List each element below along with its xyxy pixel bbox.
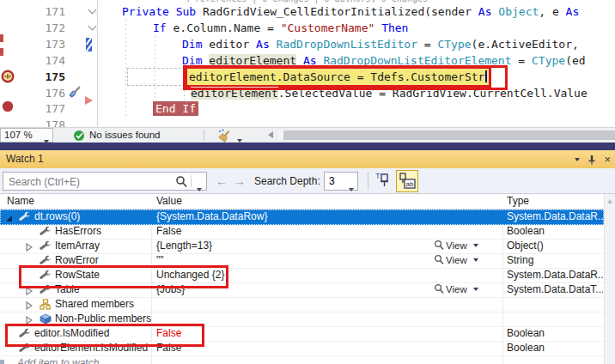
watch-row[interactable]: HasErrorsFalseBoolean	[0, 224, 604, 240]
pin-icon[interactable]	[588, 155, 596, 165]
watch-name[interactable]: dt.rows(0)	[34, 209, 151, 224]
watch-name[interactable]: Non-Public members	[55, 312, 151, 326]
zoom-level-select[interactable]: 107 %	[0, 128, 53, 143]
column-header-name[interactable]: Name	[7, 195, 34, 207]
view-button[interactable]: View	[434, 282, 497, 297]
code-token: editorElement	[191, 87, 278, 100]
breakpoint-current-line-icon[interactable]	[1, 70, 15, 87]
outline-collapse-chevron-icon[interactable]	[88, 7, 96, 15]
outline-collapse-chevron-icon[interactable]	[88, 23, 96, 31]
column-header-type[interactable]: Type	[507, 195, 529, 207]
search-prev-arrow-icon[interactable]: ←	[216, 174, 228, 188]
watch-value[interactable]: False	[156, 224, 431, 239]
code-token: editorElement.DataSource = Tdefs.Custome…	[189, 70, 484, 83]
search-input[interactable]	[7, 173, 161, 191]
code-line[interactable]: 178	[0, 117, 615, 127]
code-token	[270, 38, 277, 51]
search-depth-select[interactable]: 3	[324, 172, 358, 191]
watch-type: Boolean	[507, 326, 603, 341]
code-editor[interactable]: 4 references | 0 changes | 0 authors, 0 …	[0, 0, 615, 127]
watch-value[interactable]: {System.Data.DataRow}	[156, 209, 431, 224]
window-menu-chevron-icon[interactable]	[575, 158, 580, 161]
watch-row[interactable]: dt.rows(0){System.Data.DataRow}System.Da…	[0, 209, 604, 225]
watch-row[interactable]: ItemArray{Length=13}View Object()	[0, 239, 604, 254]
watch-grid: Name Value Type dt.rows(0){System.Data.D…	[0, 194, 615, 364]
editor-status-bar: 107 % No issues found	[0, 127, 615, 143]
view-button[interactable]: View	[434, 239, 497, 253]
scroll-left-arrow-icon[interactable]	[268, 131, 273, 138]
watch-name[interactable]: Table	[55, 282, 151, 297]
watch-title-bar[interactable]: Watch 1 ×	[0, 150, 615, 168]
watch-name[interactable]: HasErrors	[55, 224, 151, 239]
close-icon[interactable]: ×	[604, 154, 611, 165]
watch-name[interactable]: ItemArray	[55, 239, 151, 253]
watch-type: System.Data.DataR...	[507, 209, 603, 224]
code-token: Dim	[182, 38, 202, 51]
wrench-icon	[19, 328, 30, 339]
watch-value[interactable]: {Jobs}	[156, 282, 431, 297]
watch-value[interactable]: ""	[156, 253, 431, 268]
watch-name[interactable]: editorElement.IsModified	[34, 341, 151, 355]
watch-name[interactable]: RowError	[55, 253, 151, 268]
expand-arrow-icon[interactable]	[5, 215, 13, 222]
search-box[interactable]	[3, 172, 207, 191]
wrench-icon	[40, 255, 51, 266]
code-token: As	[478, 5, 492, 18]
scroll-up-arrow-icon[interactable]	[607, 199, 612, 203]
code-token: Object	[498, 5, 539, 18]
wrench-icon	[40, 226, 51, 237]
view-button[interactable]: View	[434, 253, 497, 268]
watch-row[interactable]: RowStateUnchanged {2}System.Data.DataR..…	[0, 268, 604, 283]
svg-text:T: T	[375, 172, 381, 180]
collapse-arrow-icon[interactable]	[26, 287, 33, 295]
watch-toolbar: ← → Search Depth: 3 T ab	[0, 168, 615, 194]
code-token: CType	[437, 38, 471, 51]
line-number: 178	[34, 117, 65, 127]
watch-type: System.Data.DataR...	[507, 268, 603, 282]
watch-name[interactable]: editor.IsModified	[34, 326, 151, 341]
collapse-arrow-icon[interactable]	[26, 316, 33, 325]
chevron-down-icon[interactable]	[197, 188, 202, 191]
search-depth-value: 3	[329, 175, 335, 187]
code-token: RadDropDownListEditor	[277, 38, 417, 51]
watch-row[interactable]: editor.IsModifiedFalseBoolean	[0, 326, 604, 342]
code-line[interactable]: 175editorElement.DataSource = Tdefs.Cust…	[0, 69, 615, 85]
show-values-in-text-toggle[interactable]: ab	[396, 170, 418, 192]
issues-status-text[interactable]: No issues found	[89, 130, 160, 140]
code-text: Dim editor As RadDropDownListEditor = CT…	[182, 36, 579, 52]
watch-type: Boolean	[507, 224, 603, 239]
column-header-value[interactable]: Value	[156, 195, 182, 207]
search-next-arrow-icon[interactable]: →	[234, 174, 246, 188]
code-text: If e.Column.Name = "CustomerName" Then	[153, 20, 408, 36]
horizontal-scrollbar-thumb[interactable]	[283, 130, 615, 140]
watch-value[interactable]: Unchanged {2}	[156, 268, 431, 282]
watch-row[interactable]: Shared members	[0, 297, 604, 312]
watch-name[interactable]: Shared members	[55, 297, 151, 312]
code-token: editor	[202, 38, 256, 51]
watch-row[interactable]: Non-Public members	[0, 312, 604, 327]
watch-value[interactable]: False	[156, 341, 431, 355]
code-token: =	[512, 54, 532, 67]
code-token: CType	[532, 54, 565, 67]
collapse-arrow-icon[interactable]	[26, 301, 33, 310]
screwdriver-quick-action-icon[interactable]	[66, 84, 82, 104]
chevron-down-icon	[349, 188, 354, 191]
watch-row[interactable]: Table{Jobs}View System.Data.DataT...	[0, 282, 604, 298]
watch-row[interactable]: RowError""View String	[0, 253, 604, 269]
code-token: (ed	[565, 54, 585, 67]
vertical-scrollbar[interactable]	[604, 194, 615, 364]
watch-value[interactable]: {Length=13}	[156, 239, 431, 253]
zoom-level-value: 107 %	[4, 130, 33, 140]
collapse-arrow-icon[interactable]	[26, 243, 33, 252]
breakpoint-icon[interactable]	[2, 100, 14, 116]
pin-values-button[interactable]: T	[374, 171, 393, 191]
watch-name[interactable]: RowState	[55, 268, 151, 282]
watch-value[interactable]: False	[156, 326, 431, 341]
clipped-icon-fragment	[0, 48, 3, 56]
add-watch-row[interactable]: Add item to watch	[17, 357, 99, 364]
code-line[interactable]: 173Dim editor As RadDropDownListEditor =…	[0, 36, 615, 52]
wrench-icon	[40, 240, 51, 252]
search-icon[interactable]	[175, 175, 187, 191]
watch-row[interactable]: editorElement.IsModifiedFalseBoolean	[0, 341, 604, 356]
code-token: If	[153, 21, 167, 34]
